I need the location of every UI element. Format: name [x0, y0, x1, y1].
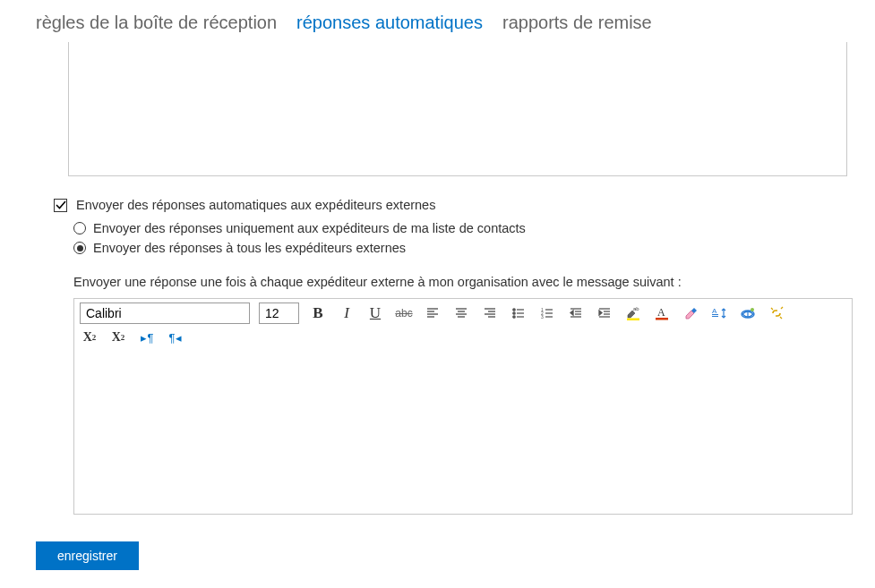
editor-toolbar-row2: X2 X2 ▸¶ ¶◂ — [74, 326, 852, 353]
svg-line-42 — [771, 308, 773, 310]
external-message-editor: B I U abc 123 — [73, 298, 853, 515]
tab-inbox-rules[interactable]: règles de la boîte de réception — [36, 13, 277, 33]
send-external-checkbox-row[interactable]: Envoyer des réponses automatiques aux ex… — [54, 198, 857, 212]
editor-textarea[interactable] — [74, 353, 852, 514]
checkbox-label: Envoyer des réponses automatiques aux ex… — [76, 198, 435, 212]
svg-rect-33 — [627, 319, 639, 321]
radio-label: Envoyer des réponses uniquement aux expé… — [93, 221, 526, 235]
decrease-indent-icon[interactable] — [566, 303, 586, 323]
radio-icon[interactable] — [73, 242, 86, 254]
svg-text:A: A — [712, 307, 717, 315]
radio-icon[interactable] — [73, 222, 86, 234]
svg-text:ab: ab — [633, 306, 639, 311]
radio-all-external[interactable]: Envoyer des réponses à tous les expédite… — [73, 241, 857, 255]
numbered-list-icon[interactable]: 123 — [537, 303, 557, 323]
svg-point-14 — [513, 316, 515, 318]
rtl-direction-button[interactable]: ¶◂ — [166, 328, 185, 347]
highlight-icon[interactable]: ab — [623, 303, 643, 323]
ltr-direction-button[interactable]: ▸¶ — [137, 328, 157, 347]
align-left-icon[interactable] — [423, 303, 442, 323]
tab-delivery-reports[interactable]: rapports de remise — [502, 13, 652, 33]
external-message-label: Envoyer une réponse une fois à chaque ex… — [73, 275, 857, 289]
svg-point-12 — [513, 309, 515, 311]
editor-toolbar: B I U abc 123 — [74, 299, 852, 326]
svg-point-13 — [513, 312, 515, 314]
strikethrough-button[interactable]: abc — [394, 303, 414, 323]
save-button[interactable]: enregistrer — [36, 541, 139, 570]
svg-text:3: 3 — [541, 314, 544, 320]
letter-case-icon[interactable]: A — [709, 303, 729, 323]
content-area: Envoyer des réponses automatiques aux ex… — [0, 42, 875, 515]
svg-line-44 — [781, 307, 783, 309]
internal-message-editor[interactable] — [68, 42, 847, 176]
increase-indent-icon[interactable] — [595, 303, 614, 323]
underline-button[interactable]: U — [365, 303, 385, 323]
align-right-icon[interactable] — [480, 303, 500, 323]
svg-rect-35 — [656, 318, 668, 320]
remove-link-icon[interactable] — [767, 303, 786, 323]
tab-auto-replies[interactable]: réponses automatiques — [296, 13, 483, 33]
checkbox-icon[interactable] — [54, 199, 67, 212]
tabs-nav: règles de la boîte de réception réponses… — [0, 0, 875, 42]
radio-contacts-only[interactable]: Envoyer des réponses uniquement aux expé… — [73, 221, 857, 235]
bold-button[interactable]: B — [308, 303, 328, 323]
svg-text:A: A — [657, 306, 665, 319]
svg-point-41 — [751, 308, 754, 311]
clear-formatting-icon[interactable] — [681, 303, 700, 323]
align-center-icon[interactable] — [451, 303, 471, 323]
italic-button[interactable]: I — [337, 303, 356, 323]
radio-label: Envoyer des réponses à tous les expédite… — [93, 241, 406, 255]
superscript-button[interactable]: X2 — [80, 328, 99, 347]
external-radio-group: Envoyer des réponses uniquement aux expé… — [73, 221, 857, 255]
subscript-button[interactable]: X2 — [108, 328, 128, 347]
insert-link-icon[interactable] — [738, 303, 758, 323]
font-color-icon[interactable]: A — [652, 303, 672, 323]
font-size-input[interactable] — [259, 303, 299, 324]
bullet-list-icon[interactable] — [509, 303, 528, 323]
svg-line-43 — [780, 317, 782, 319]
font-name-input[interactable] — [80, 303, 250, 324]
